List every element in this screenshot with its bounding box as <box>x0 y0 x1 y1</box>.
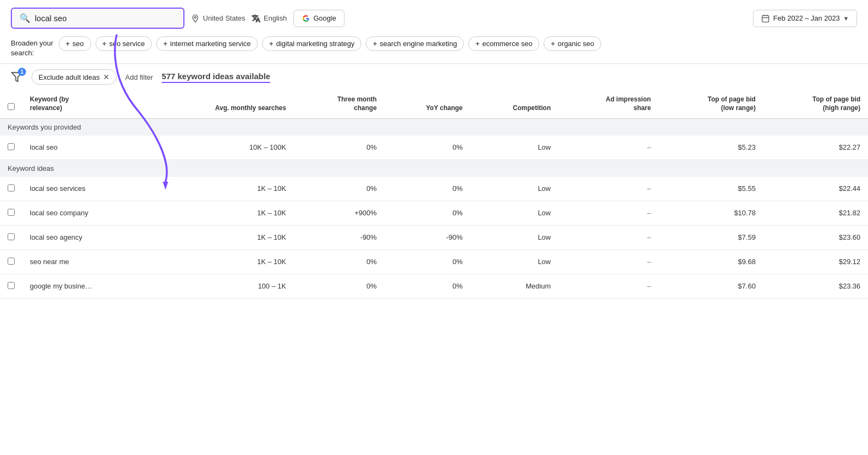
row-checkbox-cell[interactable] <box>0 177 22 201</box>
broaden-pill-ecommerce-seo[interactable]: +ecommerce seo <box>468 36 539 51</box>
row-checkbox[interactable] <box>8 258 15 265</box>
cell-top_bid_low: $10.78 <box>659 201 763 225</box>
location-label: United States <box>203 14 245 22</box>
cell-top_bid_low: $7.60 <box>659 274 763 298</box>
cell-keyword: local seo services <box>22 177 151 201</box>
table-row: local seo agency1K – 10K-90%-90%Low–$7.5… <box>0 225 868 249</box>
search-icon: 🔍 <box>20 13 30 23</box>
broaden-pill-organic-seo[interactable]: +organic seo <box>544 36 601 51</box>
plus-icon: + <box>103 40 107 48</box>
broaden-pill-digital-marketing-strategy[interactable]: +digital marketing strategy <box>262 36 361 51</box>
filter-bar: 1 Exclude adult ideas ✕ Add filter 577 k… <box>0 63 868 90</box>
keyword-table-wrap: Keyword (byrelevance)Avg. monthly search… <box>0 90 868 298</box>
cell-three_month: 0% <box>293 249 384 274</box>
plus-icon: + <box>475 40 480 48</box>
language-label: English <box>264 14 287 22</box>
google-icon <box>302 14 310 23</box>
cell-top_bid_high: $21.82 <box>763 201 868 225</box>
cell-ad_impression: – <box>558 177 659 201</box>
row-checkbox[interactable] <box>8 143 15 150</box>
cell-competition: Low <box>470 225 558 249</box>
cell-ad_impression: – <box>558 249 659 274</box>
col-header-checkbox[interactable] <box>0 90 22 118</box>
col-header-top_bid_low[interactable]: Top of page bid(low range) <box>659 90 763 118</box>
cell-ad_impression: – <box>558 136 659 160</box>
cell-yoy: 0% <box>384 136 470 160</box>
chevron-down-icon: ▼ <box>843 15 849 22</box>
row-checkbox-cell[interactable] <box>0 225 22 249</box>
cell-avg_monthly: 1K – 10K <box>151 201 294 225</box>
cell-three_month: 0% <box>293 136 384 160</box>
add-filter-button[interactable]: Add filter <box>125 73 153 81</box>
row-checkbox[interactable] <box>8 233 15 240</box>
table-header-row: Keyword (byrelevance)Avg. monthly search… <box>0 90 868 118</box>
cell-top_bid_high: $22.27 <box>763 136 868 160</box>
broaden-pill-label: ecommerce seo <box>482 40 532 48</box>
cell-keyword: local seo <box>22 136 151 160</box>
location-filter[interactable]: United States <box>191 14 245 23</box>
google-selector[interactable]: Google <box>293 10 344 27</box>
translate-icon <box>252 14 260 23</box>
col-header-three_month[interactable]: Three monthchange <box>293 90 384 118</box>
row-checkbox-cell[interactable] <box>0 274 22 298</box>
search-box[interactable]: 🔍 <box>11 8 184 29</box>
broaden-pill-label: search engine marketing <box>380 40 457 48</box>
col-header-avg_monthly[interactable]: Avg. monthly searches <box>151 90 294 118</box>
exclude-adult-pill[interactable]: Exclude adult ideas ✕ <box>31 69 117 85</box>
plus-icon: + <box>163 40 168 48</box>
row-checkbox-cell[interactable] <box>0 201 22 225</box>
plus-icon: + <box>551 40 555 48</box>
location-icon <box>191 14 200 23</box>
keyword-table: Keyword (byrelevance)Avg. monthly search… <box>0 90 868 298</box>
row-checkbox[interactable] <box>8 184 15 191</box>
cell-avg_monthly: 100 – 1K <box>151 274 294 298</box>
cell-competition: Medium <box>470 274 558 298</box>
keyword-count: 577 keyword ideas available <box>162 72 270 83</box>
broaden-pill-label: seo <box>73 40 84 48</box>
google-label: Google <box>314 14 336 22</box>
cell-three_month: 0% <box>293 274 384 298</box>
table-row: local seo company1K – 10K+900%0%Low–$10.… <box>0 201 868 225</box>
cell-yoy: 0% <box>384 249 470 274</box>
row-checkbox-cell[interactable] <box>0 249 22 274</box>
cell-top_bid_low: $7.59 <box>659 225 763 249</box>
col-header-top_bid_high[interactable]: Top of page bid(high range) <box>763 90 868 118</box>
broaden-pill-label: organic seo <box>558 40 594 48</box>
select-all-checkbox[interactable] <box>8 103 15 110</box>
col-header-yoy[interactable]: YoY change <box>384 90 470 118</box>
col-header-keyword[interactable]: Keyword (byrelevance) <box>22 90 151 118</box>
table-row: local seo services1K – 10K0%0%Low–$5.55$… <box>0 177 868 201</box>
broaden-pill-label: digital marketing strategy <box>276 40 355 48</box>
cell-avg_monthly: 1K – 10K <box>151 177 294 201</box>
row-checkbox[interactable] <box>8 282 15 289</box>
broaden-pill-internet-marketing-service[interactable]: +internet marketing service <box>156 36 258 51</box>
cell-yoy: 0% <box>384 274 470 298</box>
header-area: 🔍 United States English Google Feb 2022 … <box>0 0 868 29</box>
cell-top_bid_high: $23.60 <box>763 225 868 249</box>
cell-keyword: local seo agency <box>22 225 151 249</box>
broaden-pill-seo-service[interactable]: +seo service <box>95 36 152 51</box>
cell-three_month: +900% <box>293 201 384 225</box>
col-header-ad_impression[interactable]: Ad impressionshare <box>558 90 659 118</box>
cell-ad_impression: – <box>558 201 659 225</box>
section-label: Keyword ideas <box>0 159 868 177</box>
search-input[interactable] <box>35 14 176 23</box>
cell-ad_impression: – <box>558 225 659 249</box>
row-checkbox-cell[interactable] <box>0 136 22 160</box>
cell-avg_monthly: 10K – 100K <box>151 136 294 160</box>
cell-top_bid_high: $22.44 <box>763 177 868 201</box>
date-range-picker[interactable]: Feb 2022 – Jan 2023 ▼ <box>753 10 857 27</box>
exclude-adult-close-icon[interactable]: ✕ <box>103 73 110 81</box>
filter-icon-wrap[interactable]: 1 <box>11 71 23 83</box>
col-header-competition[interactable]: Competition <box>470 90 558 118</box>
svg-rect-1 <box>762 15 769 22</box>
filter-badge: 1 <box>18 68 26 76</box>
broaden-pill-seo[interactable]: +seo <box>59 36 91 51</box>
section-header-row: Keyword ideas <box>0 159 868 177</box>
row-checkbox[interactable] <box>8 209 15 216</box>
cell-top_bid_low: $5.55 <box>659 177 763 201</box>
broaden-label: Broaden yoursearch: <box>11 36 54 58</box>
plus-icon: + <box>269 40 273 48</box>
language-filter[interactable]: English <box>252 14 287 23</box>
broaden-pill-search-engine-marketing[interactable]: +search engine marketing <box>366 36 464 51</box>
